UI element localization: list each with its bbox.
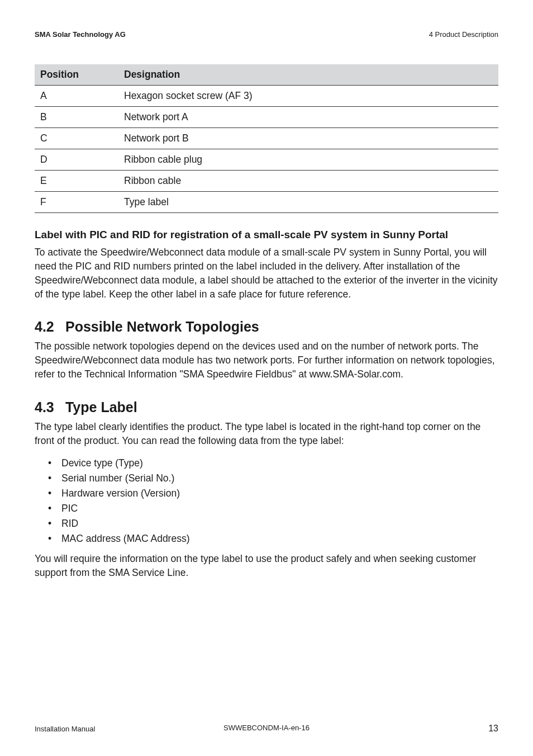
- cell-position: F: [35, 192, 118, 213]
- page-footer: Installation Manual SWWEBCONDM-IA-en-16 …: [35, 724, 498, 734]
- header-right: 4 Product Description: [429, 30, 498, 39]
- table-row: F Type label: [35, 192, 498, 213]
- header-left: SMA Solar Technology AG: [35, 30, 126, 39]
- cell-position: B: [35, 107, 118, 128]
- label-section-paragraph: To activate the Speedwire/Webconnect dat…: [35, 245, 498, 301]
- label-section-heading: Label with PIC and RID for registration …: [35, 229, 498, 241]
- cell-designation: Ribbon cable plug: [118, 149, 498, 171]
- cell-position: C: [35, 128, 118, 149]
- list-item: Device type (Type): [35, 456, 498, 471]
- position-designation-table: Position Designation A Hexagon socket sc…: [35, 64, 498, 213]
- cell-designation: Ribbon cable: [118, 171, 498, 192]
- page-header: SMA Solar Technology AG 4 Product Descri…: [35, 30, 498, 39]
- list-item: Serial number (Serial No.): [35, 471, 498, 486]
- type-label-list: Device type (Type) Serial number (Serial…: [35, 456, 498, 547]
- section-title: Possible Network Topologies: [65, 319, 259, 334]
- table-row: B Network port A: [35, 107, 498, 128]
- section-4-2-paragraph: The possible network topologies depend o…: [35, 339, 498, 381]
- cell-designation: Network port B: [118, 128, 498, 149]
- document-page: SMA Solar Technology AG 4 Product Descri…: [0, 0, 533, 756]
- table-row: D Ribbon cable plug: [35, 149, 498, 171]
- cell-designation: Hexagon socket screw (AF 3): [118, 86, 498, 107]
- col-header-designation: Designation: [118, 64, 498, 86]
- cell-designation: Network port A: [118, 107, 498, 128]
- section-number: 4.2: [35, 319, 61, 335]
- section-4-3-outro: You will require the information on the …: [35, 552, 498, 580]
- section-4-2-heading: 4.2 Possible Network Topologies: [35, 319, 498, 335]
- cell-position: A: [35, 86, 118, 107]
- section-title: Type Label: [65, 399, 137, 415]
- list-item: MAC address (MAC Address): [35, 531, 498, 546]
- section-4-3-heading: 4.3 Type Label: [35, 399, 498, 415]
- footer-center: SWWEBCONDM-IA-en-16: [35, 724, 498, 732]
- cell-position: E: [35, 171, 118, 192]
- table-row: E Ribbon cable: [35, 171, 498, 192]
- col-header-position: Position: [35, 64, 118, 86]
- cell-designation: Type label: [118, 192, 498, 213]
- list-item: Hardware version (Version): [35, 486, 498, 501]
- list-item: PIC: [35, 501, 498, 516]
- table-header-row: Position Designation: [35, 64, 498, 86]
- cell-position: D: [35, 149, 118, 171]
- section-number: 4.3: [35, 399, 61, 415]
- table-row: A Hexagon socket screw (AF 3): [35, 86, 498, 107]
- list-item: RID: [35, 516, 498, 531]
- section-4-3-intro: The type label clearly identifies the pr…: [35, 420, 498, 448]
- table-row: C Network port B: [35, 128, 498, 149]
